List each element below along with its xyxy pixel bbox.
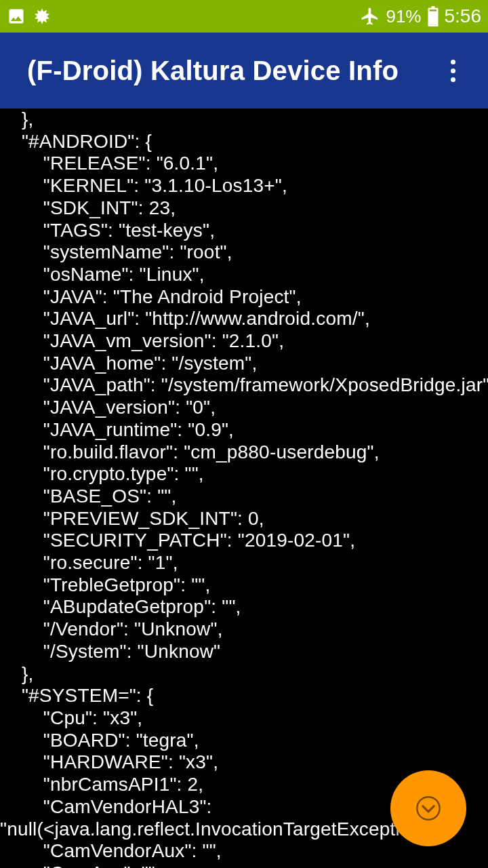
svg-rect-1	[430, 9, 436, 12]
overflow-dot-icon	[451, 60, 455, 64]
content-area[interactable]: }, "#ANDROID": { "RELEASE": "6.0.1", "KE…	[0, 108, 488, 868]
svg-point-2	[417, 797, 439, 819]
scroll-down-fab[interactable]	[390, 770, 466, 846]
leaf-icon	[33, 7, 52, 26]
overflow-menu-button[interactable]	[436, 54, 469, 87]
app-title: (F-Droid) Kaltura Device Info	[27, 56, 399, 86]
app-bar: (F-Droid) Kaltura Device Info	[0, 33, 488, 108]
picture-icon	[7, 7, 26, 26]
battery-icon	[427, 6, 439, 26]
svg-rect-0	[430, 12, 436, 25]
overflow-dot-icon	[451, 77, 455, 82]
overflow-dot-icon	[451, 68, 455, 73]
status-bar: 91% 5:56	[0, 0, 488, 33]
battery-percent: 91%	[386, 6, 421, 27]
chevron-down-circle-icon	[415, 795, 442, 822]
airplane-mode-icon	[360, 6, 380, 26]
clock-text: 5:56	[445, 5, 482, 27]
device-info-text: }, "#ANDROID": { "RELEASE": "6.0.1", "KE…	[0, 108, 488, 868]
